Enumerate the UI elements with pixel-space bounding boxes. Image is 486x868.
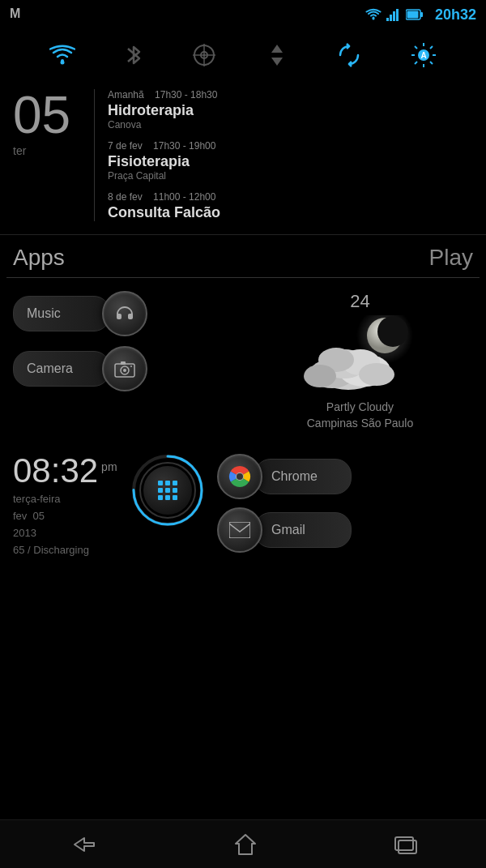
home-button[interactable] bbox=[233, 832, 258, 857]
calendar-day-number: 05 bbox=[13, 89, 70, 141]
sync-toggle[interactable] bbox=[337, 43, 361, 67]
svg-text:A: A bbox=[421, 51, 427, 60]
calendar-day-name: ter bbox=[13, 144, 26, 157]
battery-info: 65 / Discharging bbox=[13, 544, 89, 556]
svg-point-40 bbox=[304, 365, 336, 387]
bluetooth-toggle[interactable] bbox=[125, 42, 143, 68]
chrome-icon-button[interactable] bbox=[217, 454, 262, 499]
play-label: Play bbox=[429, 245, 473, 271]
event-1-title: Hidroterapia bbox=[108, 102, 473, 119]
brightness-toggle[interactable]: A bbox=[411, 42, 437, 68]
event-2-header: 7 de fev 17h30 - 19h00 bbox=[108, 140, 473, 152]
svg-rect-51 bbox=[158, 495, 163, 500]
svg-point-56 bbox=[237, 473, 243, 480]
music-label[interactable]: Music bbox=[13, 296, 110, 331]
event-2-location: Praça Capital bbox=[108, 170, 473, 182]
svg-rect-48 bbox=[158, 488, 163, 493]
svg-point-13 bbox=[203, 54, 206, 57]
weather-widget: 24 bbox=[247, 291, 473, 431]
wifi-toggle[interactable] bbox=[49, 45, 75, 66]
svg-rect-46 bbox=[165, 481, 170, 485]
svg-point-28 bbox=[123, 369, 126, 372]
event-2-title: Fisioterapia bbox=[108, 153, 473, 170]
recent-button[interactable] bbox=[394, 834, 418, 855]
clock-digits: 08:32 bbox=[13, 454, 98, 488]
event-1-header: Amanhã 17h30 - 18h30 bbox=[108, 89, 473, 100]
svg-marker-15 bbox=[271, 58, 283, 66]
gmail-label[interactable]: Gmail bbox=[254, 512, 352, 548]
bottom-section: 08:32 pm terça-feira fev 05 2013 65 / Di… bbox=[0, 444, 486, 568]
home-icon bbox=[233, 832, 258, 857]
quick-settings: A bbox=[0, 29, 486, 81]
clock-block: 08:32 pm terça-feira fev 05 2013 65 / Di… bbox=[13, 454, 118, 558]
svg-line-22 bbox=[415, 46, 417, 49]
clock-year: 2013 bbox=[13, 527, 36, 539]
svg-point-30 bbox=[130, 366, 132, 367]
svg-rect-50 bbox=[173, 488, 177, 493]
event-3-title: Consulta Falcão bbox=[108, 204, 473, 221]
weather-description: Partly Cloudy Campinas São Paulo bbox=[307, 400, 414, 431]
event-2-time: 17h30 - 19h00 bbox=[153, 140, 215, 152]
svg-rect-57 bbox=[229, 522, 250, 538]
event-1-time: 17h30 - 18h30 bbox=[155, 89, 217, 100]
svg-rect-6 bbox=[420, 12, 423, 17]
svg-rect-4 bbox=[396, 9, 399, 21]
svg-point-0 bbox=[372, 18, 374, 20]
svg-rect-52 bbox=[165, 495, 170, 500]
svg-line-25 bbox=[415, 62, 417, 64]
transfer-toggle[interactable] bbox=[266, 43, 288, 67]
right-apps: Chrome Gmail bbox=[217, 454, 473, 558]
camera-icon-button[interactable] bbox=[102, 346, 147, 391]
svg-rect-2 bbox=[390, 15, 392, 21]
clock-month: fev bbox=[13, 510, 27, 522]
chrome-label[interactable]: Chrome bbox=[254, 459, 352, 494]
svg-point-41 bbox=[359, 363, 394, 386]
clock-day-name: terça-feira bbox=[13, 493, 61, 505]
apps-column: Music Camera bbox=[13, 291, 239, 431]
svg-rect-29 bbox=[121, 361, 126, 365]
radial-inner-icon bbox=[143, 466, 192, 515]
gmail-notification-icon: M bbox=[10, 6, 20, 20]
apps-header: Apps Play bbox=[0, 235, 486, 277]
calendar-event-2[interactable]: 7 de fev 17h30 - 19h00 Fisioterapia Praç… bbox=[108, 140, 473, 182]
clock-ampm: pm bbox=[101, 460, 117, 473]
calendar-events: Amanhã 17h30 - 18h30 Hidroterapia Canova… bbox=[94, 89, 473, 221]
svg-rect-47 bbox=[173, 481, 177, 485]
clock-day: 05 bbox=[33, 510, 45, 522]
gmail-button-row[interactable]: Gmail bbox=[217, 507, 473, 553]
svg-marker-14 bbox=[271, 45, 283, 53]
chrome-button-row[interactable]: Chrome bbox=[217, 454, 473, 499]
recent-icon bbox=[394, 834, 418, 855]
svg-rect-7 bbox=[407, 11, 418, 19]
svg-rect-1 bbox=[386, 18, 389, 21]
notification-area: M bbox=[10, 6, 20, 21]
clock-info: terça-feira fev 05 2013 65 / Discharging bbox=[13, 491, 118, 558]
event-1-date: Amanhã bbox=[108, 89, 144, 100]
event-3-header: 8 de fev 11h00 - 12h00 bbox=[108, 191, 473, 203]
music-button-row[interactable]: Music bbox=[13, 291, 239, 336]
back-button[interactable] bbox=[68, 835, 97, 854]
moon-cloud-graphic bbox=[304, 315, 417, 396]
svg-line-23 bbox=[430, 62, 433, 64]
svg-line-24 bbox=[430, 46, 433, 49]
location-toggle[interactable] bbox=[192, 43, 216, 67]
weather-temperature: 24 bbox=[350, 291, 369, 312]
radial-widget[interactable] bbox=[131, 454, 204, 527]
calendar-event-1[interactable]: Amanhã 17h30 - 18h30 Hidroterapia Canova bbox=[108, 89, 473, 130]
dialer-icon bbox=[156, 479, 179, 502]
svg-rect-53 bbox=[173, 495, 177, 500]
event-1-location: Canova bbox=[108, 119, 473, 130]
calendar-date-block: 05 ter bbox=[13, 89, 78, 221]
svg-point-8 bbox=[60, 61, 64, 65]
status-bar: M 20h32 bbox=[0, 0, 486, 29]
camera-label[interactable]: Camera bbox=[13, 351, 110, 387]
event-3-date: 8 de fev bbox=[108, 191, 143, 203]
svg-rect-49 bbox=[165, 488, 170, 493]
music-icon-button[interactable] bbox=[102, 291, 147, 336]
headphones-icon bbox=[115, 304, 134, 323]
camera-button-row[interactable]: Camera bbox=[13, 346, 239, 391]
weather-image bbox=[304, 315, 417, 396]
gmail-icon-button[interactable] bbox=[217, 507, 262, 553]
calendar-event-3[interactable]: 8 de fev 11h00 - 12h00 Consulta Falcão bbox=[108, 191, 473, 221]
svg-marker-58 bbox=[236, 835, 255, 854]
